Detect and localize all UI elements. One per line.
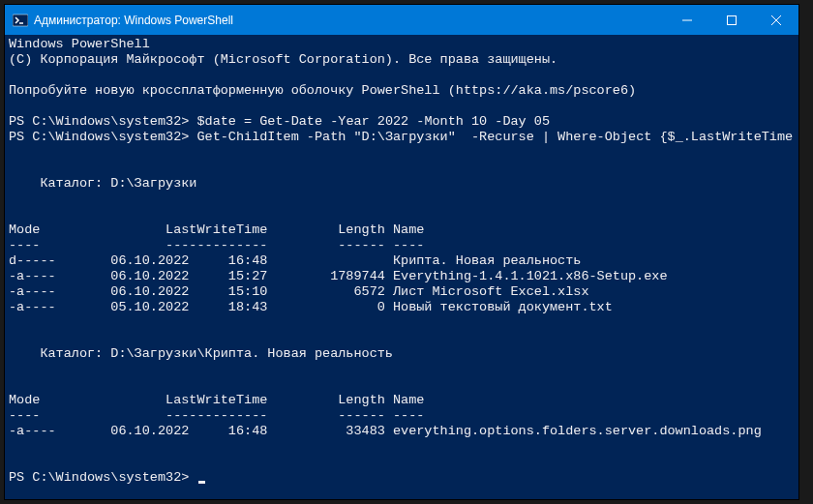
copyright-line: (C) Корпорация Майкрософт (Microsoft Cor…: [9, 52, 795, 68]
table-row: -a---- 06.10.2022 15:10 6572 Лист Micros…: [9, 284, 795, 300]
cursor: [198, 481, 205, 484]
terminal-area[interactable]: Windows PowerShell(C) Корпорация Майкрос…: [5, 35, 798, 499]
command-line-1: PS C:\Windows\system32> $date = Get-Date…: [9, 114, 795, 130]
command-text: $date = Get-Date -Year 2022 -Month 10 -D…: [196, 114, 550, 129]
blank-line: [9, 99, 795, 114]
blank-line: [9, 377, 795, 393]
table-row: -a---- 06.10.2022 16:48 33483 everything…: [9, 424, 795, 439]
blank-line: [9, 68, 795, 83]
powershell-window: Администратор: Windows PowerShell Window…: [5, 5, 798, 499]
prompt: PS C:\Windows\system32>: [9, 130, 189, 144]
blank-line: [9, 315, 795, 331]
table-row: -a---- 06.10.2022 15:27 1789744 Everythi…: [9, 269, 795, 284]
table-row: d----- 06.10.2022 16:48 Крипта. Новая ре…: [9, 253, 795, 269]
table-header: Mode LastWriteTime Length Name: [9, 393, 795, 408]
table-header: Mode LastWriteTime Length Name: [9, 222, 795, 238]
prompt: PS C:\Windows\system32>: [9, 114, 189, 129]
window-title: Администратор: Windows PowerShell: [34, 14, 665, 27]
blank-line: [9, 455, 795, 470]
catalog-header: Каталог: D:\Загрузки: [9, 176, 795, 192]
command-line-2: PS C:\Windows\system32> Get-ChildItem -P…: [9, 130, 795, 145]
header-line: Windows PowerShell: [9, 37, 795, 52]
blank-line: [9, 145, 795, 161]
titlebar[interactable]: Администратор: Windows PowerShell: [5, 5, 798, 35]
svg-rect-3: [728, 15, 737, 24]
minimize-button[interactable]: [665, 5, 709, 35]
table-divider: ---- ------------- ------ ----: [9, 238, 795, 253]
blank-line: [9, 439, 795, 455]
blank-line: [9, 331, 795, 346]
try-powershell-line: Попробуйте новую кроссплатформенную обол…: [9, 83, 795, 99]
blank-line: [9, 207, 795, 222]
command-text: Get-ChildItem -Path "D:\Загрузки" -Recur…: [196, 130, 798, 144]
blank-line: [9, 161, 795, 176]
maximize-button[interactable]: [709, 5, 754, 35]
table-divider: ---- ------------- ------ ----: [9, 408, 795, 424]
powershell-icon: [13, 13, 28, 28]
catalog-header: Каталог: D:\Загрузки\Крипта. Новая реаль…: [9, 346, 795, 362]
close-button[interactable]: [754, 5, 798, 35]
blank-line: [9, 192, 795, 207]
svg-rect-0: [13, 15, 28, 26]
window-controls: [665, 5, 798, 35]
blank-line: [9, 362, 795, 377]
table-row: -a---- 05.10.2022 18:43 0 Новый текстовы…: [9, 300, 795, 315]
prompt-cursor-line: PS C:\Windows\system32>: [9, 470, 795, 486]
prompt: PS C:\Windows\system32>: [9, 470, 189, 485]
